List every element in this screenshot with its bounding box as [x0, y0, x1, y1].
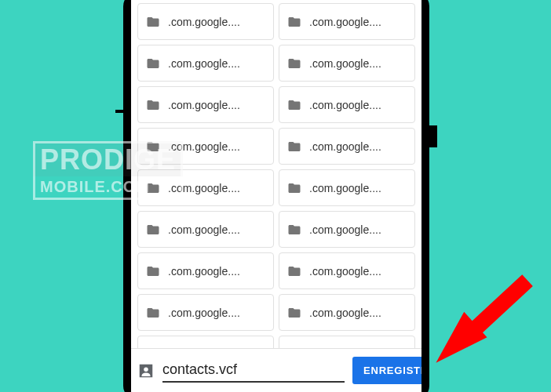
folder-item[interactable]: .com.google....: [279, 294, 415, 331]
folder-icon: [286, 181, 303, 195]
annotation-arrow: [425, 265, 543, 383]
folder-icon: [144, 264, 162, 278]
folder-label: .com.google....: [168, 265, 240, 278]
folder-item[interactable]: .com.google....: [137, 128, 274, 165]
folder-grid: .com.google.....com.google.....com.googl…: [131, 0, 421, 348]
folder-item[interactable]: .com.google....: [279, 336, 415, 348]
folder-label: .com.google....: [309, 307, 381, 319]
folder-label: .com.google....: [168, 182, 240, 194]
screen: .com.google.....com.google.....com.googl…: [131, 0, 421, 392]
folder-item[interactable]: .com.google....: [137, 3, 274, 40]
contact-file-icon: [137, 362, 155, 379]
folder-item[interactable]: .com.google....: [137, 336, 274, 348]
folder-item[interactable]: .com.google....: [137, 294, 274, 331]
svg-line-1: [462, 275, 527, 347]
folder-icon: [144, 306, 162, 320]
folder-item[interactable]: .com.google....: [279, 86, 415, 123]
folder-item[interactable]: .com.google....: [279, 128, 415, 165]
folder-icon: [286, 264, 303, 278]
filename-input[interactable]: [162, 358, 345, 383]
folder-item[interactable]: .com.google....: [279, 3, 415, 40]
folder-label: .com.google....: [309, 140, 381, 153]
folder-label: .com.google....: [309, 182, 381, 194]
folder-label: .com.google....: [168, 16, 240, 28]
folder-icon: [144, 56, 162, 71]
folder-label: .com.google....: [168, 223, 240, 236]
folder-item[interactable]: .com.google....: [137, 252, 274, 289]
save-bar: ENREGISTRER: [131, 348, 421, 392]
folder-label: .com.google....: [168, 57, 240, 70]
folder-icon: [144, 98, 162, 112]
folder-icon: [286, 306, 303, 320]
folder-item[interactable]: .com.google....: [137, 86, 274, 123]
folder-label: .com.google....: [309, 223, 381, 236]
save-button[interactable]: ENREGISTRER: [352, 357, 421, 384]
folder-item[interactable]: .com.google....: [279, 45, 415, 82]
svg-marker-2: [436, 310, 489, 367]
folder-item[interactable]: .com.google....: [137, 211, 274, 248]
folder-label: .com.google....: [309, 16, 381, 28]
folder-icon: [286, 98, 303, 112]
folder-item[interactable]: .com.google....: [137, 45, 274, 82]
folder-item[interactable]: .com.google....: [137, 169, 274, 206]
folder-label: .com.google....: [168, 140, 240, 153]
folder-icon: [144, 223, 162, 237]
folder-icon: [144, 15, 162, 29]
folder-icon: [144, 140, 162, 154]
folder-icon: [286, 15, 303, 29]
folder-item[interactable]: .com.google....: [279, 252, 415, 289]
folder-item[interactable]: .com.google....: [279, 169, 415, 206]
phone-frame: .com.google.....com.google.....com.googl…: [123, 0, 429, 392]
folder-icon: [286, 140, 303, 154]
folder-label: .com.google....: [309, 99, 381, 111]
folder-icon: [286, 56, 303, 71]
folder-item[interactable]: .com.google....: [279, 211, 415, 248]
folder-icon: [144, 181, 162, 195]
folder-label: .com.google....: [309, 265, 381, 278]
folder-label: .com.google....: [168, 307, 240, 319]
folder-label: .com.google....: [309, 57, 381, 70]
folder-label: .com.google....: [168, 99, 240, 111]
svg-point-0: [144, 367, 148, 372]
folder-icon: [286, 223, 303, 237]
